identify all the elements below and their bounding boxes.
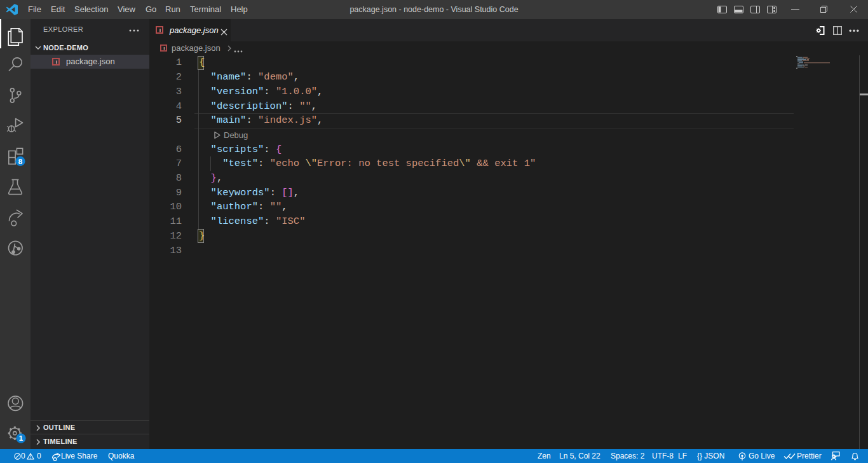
svg-text:8: 8	[18, 158, 23, 165]
svg-text:1: 1	[19, 434, 24, 442]
